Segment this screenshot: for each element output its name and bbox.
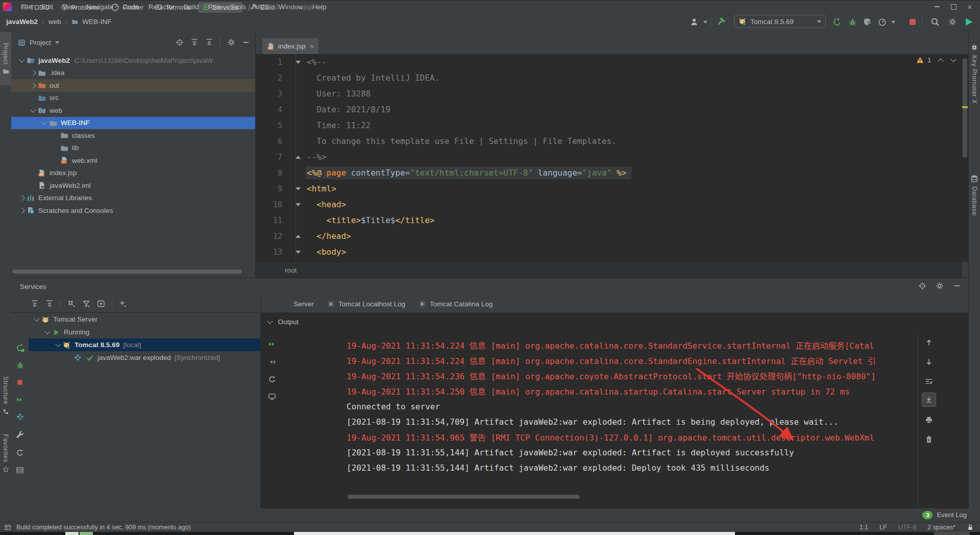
artifacts-icon[interactable] <box>15 412 25 422</box>
chevron-right-icon[interactable] <box>17 196 26 200</box>
settings-icon[interactable] <box>947 17 958 27</box>
search-icon[interactable] <box>930 17 940 27</box>
menu-navigate[interactable]: Navigate <box>82 0 118 13</box>
settings-icon[interactable] <box>936 282 944 290</box>
tool-windows-icon[interactable] <box>4 524 11 531</box>
console-line[interactable]: 19-Aug-2021 11:31:54.965 警告 [RMI TCP Con… <box>261 429 918 445</box>
sidebar-tab-structure[interactable]: Structure <box>0 368 11 424</box>
stop-icon[interactable] <box>908 17 918 27</box>
menu-edit[interactable]: Edit <box>37 0 58 13</box>
chevron-down-icon[interactable] <box>40 122 48 124</box>
console-line[interactable]: 19-Aug-2021 11:31:54.224 信息 [main] org.a… <box>261 337 918 353</box>
stop-icon[interactable] <box>15 377 25 387</box>
locate-icon[interactable] <box>176 38 184 46</box>
tree-item-external-libraries[interactable]: External Libraries <box>11 192 255 205</box>
service-item-javaweb2-war-exploded[interactable]: javaWeb2:war exploded[Synchronized] <box>29 351 260 364</box>
chevron-down-icon[interactable] <box>54 344 62 346</box>
code-line-8[interactable]: 8<%@ page contentType="text/html;charset… <box>256 165 962 181</box>
soft-wrap-icon[interactable] <box>922 374 936 388</box>
fold-marker-icon[interactable] <box>289 153 307 161</box>
chevron-down-icon[interactable] <box>17 60 26 62</box>
menu-code[interactable]: Code <box>118 0 143 13</box>
console-line[interactable]: [2021-08-19 11:31:55,144] Artifact javaW… <box>261 460 918 475</box>
inspections-widget[interactable]: 1 <box>916 56 955 64</box>
sidebar-tab-favorites[interactable]: Favorites <box>0 427 11 480</box>
console-line[interactable]: 19-Aug-2021 11:31:54.236 信息 [main] org.a… <box>261 368 918 383</box>
close-tab-icon[interactable]: × <box>310 42 314 51</box>
maximize-icon[interactable] <box>945 0 962 13</box>
scroll-down-icon[interactable] <box>922 355 936 369</box>
tree-item-scratches-and-consoles[interactable]: Scratches and Consoles <box>11 204 255 217</box>
console-output[interactable]: 19-Aug-2021 11:31:54.224 信息 [main] org.a… <box>261 337 918 508</box>
editor-breadcrumb[interactable]: root <box>256 262 962 278</box>
clear-icon[interactable] <box>922 432 936 447</box>
tree-item--idea[interactable]: .idea <box>11 67 255 80</box>
breadcrumb-item[interactable]: javaWeb2 <box>6 18 38 26</box>
fold-marker-icon[interactable] <box>289 201 307 209</box>
chevron-down-icon[interactable] <box>43 331 52 333</box>
file-encoding[interactable]: UTF-8 <box>898 524 916 531</box>
close-icon[interactable]: × <box>962 0 978 13</box>
code-line-7[interactable]: 7--%> <box>256 149 962 165</box>
output-section-header[interactable]: Output <box>268 318 299 326</box>
fold-marker-icon[interactable] <box>289 248 307 256</box>
console-tab-server[interactable]: Server <box>293 300 314 308</box>
rerun-server-icon[interactable] <box>15 343 25 353</box>
service-item-tomcat-8-5-69[interactable]: Tomcat 8.5.69[local] <box>29 338 260 351</box>
deploy-icon[interactable] <box>15 395 25 405</box>
warning-stripe-mark[interactable] <box>962 106 968 108</box>
breadcrumb-item[interactable]: WEB-INF <box>82 18 111 26</box>
hide-panel-icon[interactable] <box>242 38 250 46</box>
coverage-icon[interactable] <box>863 17 873 27</box>
console-line[interactable]: 19-Aug-2021 11:31:54.250 信息 [main] org.a… <box>261 383 918 399</box>
tree-item-web-inf[interactable]: WEB-INF <box>11 117 255 130</box>
sidebar-tab-project[interactable]: Project <box>0 32 11 85</box>
lock-icon[interactable] <box>967 524 974 531</box>
chevron-down-icon[interactable] <box>700 17 710 27</box>
expand-all-icon[interactable] <box>31 300 39 308</box>
settings-icon[interactable] <box>227 38 235 46</box>
user-icon[interactable] <box>689 17 699 27</box>
service-item-running[interactable]: Running <box>29 326 260 338</box>
sidebar-tab-database[interactable]: Database <box>969 175 980 246</box>
code-line-12[interactable]: 12 </head> <box>256 228 962 244</box>
menu-view[interactable]: View <box>58 0 82 13</box>
scroll-to-end-icon[interactable] <box>922 393 936 407</box>
code-line-11[interactable]: 11 <title>$Title$</title> <box>256 212 962 228</box>
horizontal-scrollbar[interactable] <box>12 270 242 274</box>
code-line-9[interactable]: 9<html> <box>256 181 962 197</box>
tab-index-jsp[interactable]: JSP index.jsp × <box>262 38 318 54</box>
chevron-right-icon[interactable] <box>29 84 37 88</box>
console-line[interactable]: 19-Aug-2021 11:31:54.224 信息 [main] org.a… <box>261 353 918 368</box>
dashboard-icon[interactable] <box>15 465 25 475</box>
prev-problem-icon[interactable] <box>938 58 944 64</box>
collapse-all-icon[interactable] <box>205 38 213 46</box>
next-problem-icon[interactable] <box>951 56 957 62</box>
console-tab-tomcat-localhost-log[interactable]: Tomcat Localhost Log <box>327 300 405 308</box>
add-service-icon[interactable] <box>97 300 105 308</box>
locate-icon[interactable] <box>918 282 926 290</box>
code-line-1[interactable]: 1<%-- <box>256 54 962 70</box>
breadcrumb-item[interactable]: web <box>48 18 61 26</box>
code-line-6[interactable]: 6 To change this template use File | Set… <box>256 133 962 149</box>
tree-item-javaweb2[interactable]: javaWeb2C:\Users\13288\Desktop\heiMaProj… <box>11 54 255 67</box>
menu-run[interactable]: Run <box>204 0 226 13</box>
tree-item-src[interactable]: src <box>11 92 255 105</box>
chevron-down-icon[interactable] <box>29 110 37 112</box>
event-log-button[interactable]: 3 Event Log <box>922 508 967 522</box>
minimize-icon[interactable] <box>929 0 945 13</box>
edit-configuration-icon[interactable] <box>15 429 25 440</box>
debug-icon[interactable] <box>847 17 857 27</box>
menu-build[interactable]: Build <box>179 0 204 13</box>
tree-item-javaweb2-iml[interactable]: javaWeb2.iml <box>11 179 255 192</box>
console-tab-tomcat-catalina-log[interactable]: Tomcat Catalina Log <box>419 300 493 308</box>
run-config-select[interactable]: Tomcat 8.5.69 <box>734 15 826 28</box>
service-item-tomcat-server[interactable]: Tomcat Server <box>29 313 260 326</box>
plugin-logo-icon[interactable] <box>964 17 974 27</box>
hide-panel-icon[interactable] <box>953 282 961 290</box>
build-hammer-icon[interactable] <box>716 17 726 27</box>
console-line[interactable]: [2021-08-19 11:31:55,144] Artifact javaW… <box>261 445 918 460</box>
refresh-icon[interactable] <box>15 448 25 458</box>
tree-item-classes[interactable]: classes <box>11 129 255 142</box>
fold-marker-icon[interactable] <box>289 58 307 66</box>
